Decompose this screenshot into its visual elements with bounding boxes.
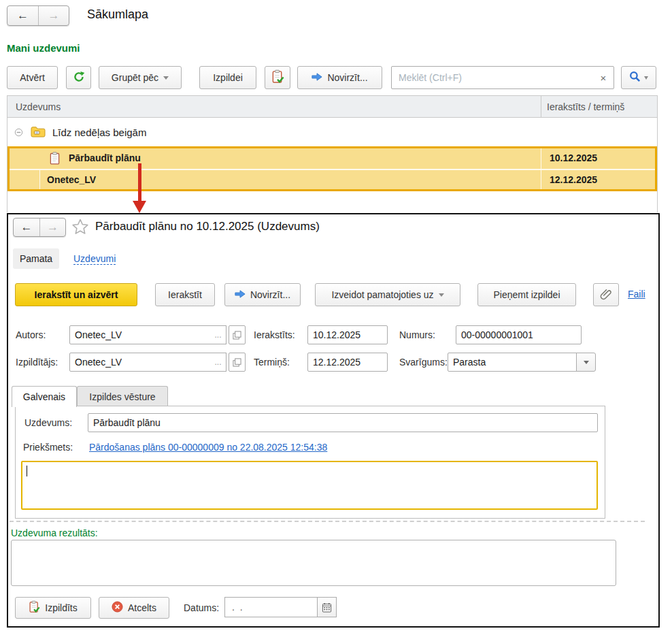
back-icon: ← — [17, 9, 29, 22]
task-input[interactable] — [88, 413, 598, 432]
tab-pamata[interactable]: Pamata — [13, 248, 59, 269]
task-clipboard-icon — [50, 152, 60, 167]
clipboard-check-icon — [271, 69, 284, 86]
form-history-nav: ← → — [13, 218, 66, 237]
author-more-button[interactable]: ... — [210, 325, 226, 344]
cancelled-button[interactable]: Atcelts — [99, 597, 169, 619]
task-form-window: ← → Pārbaudīt plānu no 10.12.2025 (Uzdev… — [7, 213, 660, 628]
recorded-input[interactable] — [307, 325, 388, 344]
forward-task-label: Novirzīt... — [327, 72, 367, 83]
description-textarea[interactable] — [21, 461, 598, 510]
save-button[interactable]: Ierakstīt — [155, 283, 215, 306]
executor-more-button[interactable]: ... — [210, 353, 226, 372]
tab-uzdevumi[interactable]: Uzdevumi — [73, 253, 116, 265]
save-close-button[interactable]: Ierakstīt un aizvērt — [15, 283, 137, 306]
table-header: Uzdevums Ierakstīts / termiņš — [7, 96, 657, 118]
tab-izpildes-vesture[interactable]: Izpildes vēsture — [77, 386, 168, 406]
group-by-button[interactable]: Grupēt pēc — [99, 66, 182, 89]
executor-open-icon[interactable] — [229, 353, 246, 372]
tree-indent-line — [39, 170, 40, 189]
section-separator — [10, 521, 645, 522]
collapse-icon[interactable] — [14, 127, 23, 139]
forward-button[interactable]: → — [38, 6, 69, 25]
number-input[interactable] — [456, 325, 582, 344]
task-label: Uzdevums: — [24, 413, 72, 432]
mark-executed-button[interactable] — [265, 66, 290, 89]
date-label: Datums: — [184, 598, 219, 618]
done-label: Izpildīts — [45, 602, 77, 613]
task-table: Uzdevums Ierakstīts / termiņš Līdz nedēļ… — [7, 95, 658, 212]
forward-button-form[interactable]: Novirzīt... — [224, 283, 301, 306]
search-icon — [629, 71, 641, 84]
screen: ← → Sākumlapa Mani uzdevumi Atvērt Grupē… — [0, 0, 672, 633]
task-date: 12.12.2025 — [550, 174, 597, 185]
files-link[interactable]: Faili — [628, 289, 645, 299]
subject-label: Priekšmets: — [23, 438, 73, 457]
blue-arrow-icon — [235, 289, 246, 301]
importance-select[interactable] — [448, 353, 577, 372]
execute-label: Izpildei — [213, 72, 243, 83]
column-date[interactable]: Ierakstīts / termiņš — [547, 96, 624, 118]
cell-divider — [541, 170, 541, 189]
forward-label: Novirzīt... — [250, 289, 290, 300]
create-based-on-label: Izveidot pamatojoties uz — [331, 289, 433, 300]
refresh-button[interactable] — [66, 66, 91, 89]
search-box: × — [391, 66, 614, 89]
forward-icon: → — [48, 9, 60, 22]
chevron-down-icon — [439, 293, 444, 297]
task-name: Pārbaudīt plānu — [69, 152, 141, 163]
history-nav: ← → — [7, 5, 69, 26]
executor-label: Izpildītājs: — [16, 353, 58, 372]
page-title: Sākumlapa — [87, 7, 148, 22]
form-forward-button[interactable]: → — [39, 218, 65, 236]
form-title: Pārbaudīt plānu no 10.12.2025 (Uzdevums) — [95, 220, 320, 233]
back-icon: ← — [21, 221, 33, 234]
execute-button[interactable]: Izpildei — [199, 66, 256, 89]
open-button[interactable]: Atvērt — [7, 66, 58, 89]
group-by-label: Grupēt pēc — [112, 72, 158, 83]
table-row[interactable]: Onetec_LV 12.12.2025 — [10, 169, 655, 189]
group-label: Līdz nedēļas beigām — [52, 127, 146, 138]
text-cursor — [27, 466, 27, 476]
accept-execution-button[interactable]: Pieņemt izpildei — [477, 283, 576, 306]
author-open-icon[interactable] — [229, 325, 246, 344]
subject-link[interactable]: Pārdošanas plāns 00-00000009 no 22.08.20… — [89, 442, 327, 453]
executor-input[interactable] — [69, 353, 211, 372]
clear-search-icon[interactable]: × — [593, 72, 614, 84]
tab-izpildes-vesture-label: Izpildes vēsture — [89, 391, 155, 402]
favorite-star-icon[interactable] — [71, 218, 90, 239]
due-input[interactable] — [307, 353, 388, 372]
save-label: Ierakstīt — [168, 289, 202, 300]
task-date: 10.12.2025 — [550, 152, 597, 163]
calendar-icon[interactable] — [318, 597, 337, 617]
section-heading: Mani uzdevumi — [7, 42, 80, 54]
tab-galvenais[interactable]: Galvenais — [12, 386, 77, 407]
date-input[interactable] — [224, 597, 318, 617]
attach-button[interactable] — [593, 283, 619, 306]
recorded-label: Ierakstīts: — [254, 325, 295, 344]
result-textarea[interactable] — [11, 540, 616, 586]
search-button[interactable] — [621, 66, 656, 89]
column-divider — [541, 96, 541, 118]
table-row[interactable]: Pārbaudīt plānu 10.12.2025 — [10, 148, 655, 169]
folder-icon — [31, 126, 46, 140]
author-input[interactable] — [69, 325, 211, 344]
column-task[interactable]: Uzdevums — [16, 96, 61, 118]
save-close-label: Ierakstīt un aizvērt — [35, 289, 118, 300]
selected-rows: Pārbaudīt plānu 10.12.2025 Onetec_LV 12.… — [7, 146, 657, 191]
form-back-button[interactable]: ← — [14, 218, 39, 236]
search-input[interactable] — [392, 72, 593, 83]
importance-dropdown-button[interactable] — [576, 353, 596, 372]
group-row[interactable]: Līdz nedēļas beigām — [7, 118, 657, 146]
done-button[interactable]: Izpildīts — [15, 597, 91, 619]
forward-task-button[interactable]: Novirzīt... — [297, 66, 382, 89]
back-button[interactable]: ← — [7, 6, 38, 25]
clipboard-check-icon — [29, 600, 40, 615]
accept-execution-label: Pieņemt izpildei — [493, 289, 560, 300]
main-tab-panel: Uzdevums: Priekšmets: Pārdošanas plāns 0… — [15, 406, 605, 519]
annotation-arrow-head — [133, 201, 146, 213]
create-based-on-button[interactable]: Izveidot pamatojoties uz — [315, 283, 460, 306]
chevron-down-icon — [584, 361, 589, 364]
blue-arrow-icon — [312, 72, 322, 84]
chevron-down-icon — [163, 76, 169, 80]
